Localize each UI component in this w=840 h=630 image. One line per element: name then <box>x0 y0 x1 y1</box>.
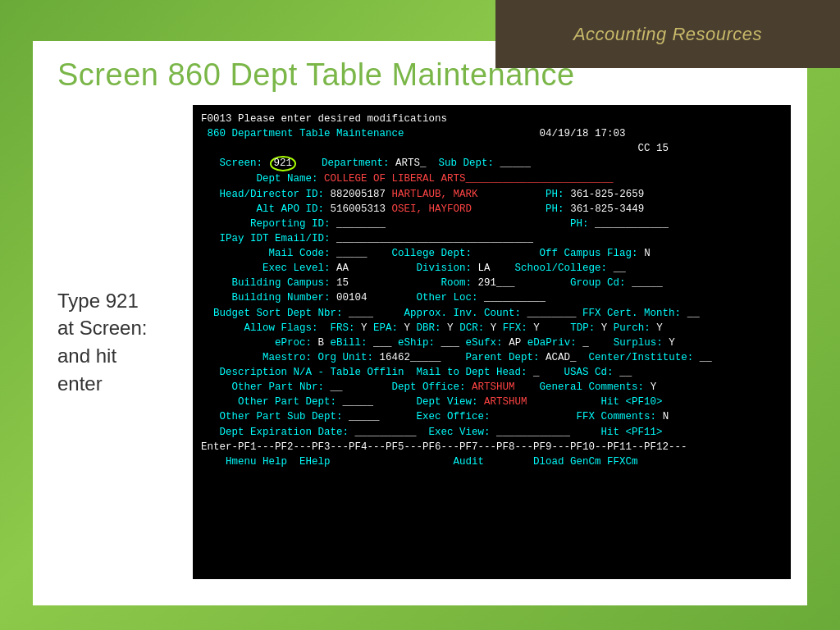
instruction-text: Type 921 at Screen: and hit enter <box>57 287 147 397</box>
other-part-nbr-line: Other Part Nbr: __ Dept Office: ARTSHUM … <box>201 380 783 395</box>
screen-dept-line: Screen: 921 Department: ARTS_ Sub Dept: … <box>201 156 783 171</box>
head-director-line: Head/Director ID: 882005187 HARTLAUB, MA… <box>201 187 783 202</box>
function-keys-line: Enter-PF1---PF2---PF3---PF4---PF5---PF6-… <box>201 440 783 454</box>
help-line: Hmenu Help EHelp Audit Dload GenCm FFXCm <box>201 454 783 469</box>
exec-level-line: Exec Level: AA Division: LA School/Colle… <box>201 261 783 276</box>
content-card: Screen 860 Dept Table Maintenance Type 9… <box>33 41 807 605</box>
instruction-box: Type 921 at Screen: and hit enter <box>49 105 180 579</box>
ipay-line: IPay IDT Email/ID: _____________________… <box>201 231 783 246</box>
eproc-line: eProc: B eBill: ___ eShip: ___ eSufx: AP… <box>201 336 783 350</box>
maestro-line: Maestro: Org Unit: 16462_____ Parent Dep… <box>201 350 783 365</box>
alt-apo-line: Alt APO ID: 516005313 OSEI, HAYFORD PH: … <box>201 202 783 217</box>
dept-name-line: Dept Name: COLLEGE OF LIBERAL ARTS______… <box>201 171 783 186</box>
screen-name-line: 860 Department Table Maintenance 04/19/1… <box>201 126 783 141</box>
description-line: Description N/A - Table Offlin Mail to D… <box>201 365 783 380</box>
budget-sort-line: Budget Sort Dept Nbr: ____ Approx. Inv. … <box>201 306 783 321</box>
allow-flags-line: Allow Flags: FRS: Y EPA: Y DBR: Y DCR: Y… <box>201 321 783 336</box>
main-content: Type 921 at Screen: and hit enter F0013 … <box>33 105 807 596</box>
building-campus-line: Building Campus: 15 Room: 291___ Group C… <box>201 276 783 290</box>
terminal-screen: F0013 Please enter desired modifications… <box>193 105 791 579</box>
header-title: Accounting Resources <box>573 24 762 45</box>
mail-code-line: Mail Code: _____ College Dept: Off Campu… <box>201 246 783 261</box>
reporting-id-line: Reporting ID: ________ PH: ____________ <box>201 217 783 231</box>
header-bar: Accounting Resources <box>495 0 840 68</box>
dept-expiration-line: Dept Expiration Date: __________ Exec Vi… <box>201 425 783 440</box>
other-part-sub-dept-line: Other Part Sub Dept: _____ Exec Office: … <box>201 409 783 424</box>
building-number-line: Building Number: 00104 Other Loc: ______… <box>201 290 783 305</box>
other-part-dept-line: Other Part Dept: _____ Dept View: ARTSHU… <box>201 395 783 409</box>
status-line: F0013 Please enter desired modifications <box>201 112 783 126</box>
cc-line: CC 15 <box>201 141 783 156</box>
